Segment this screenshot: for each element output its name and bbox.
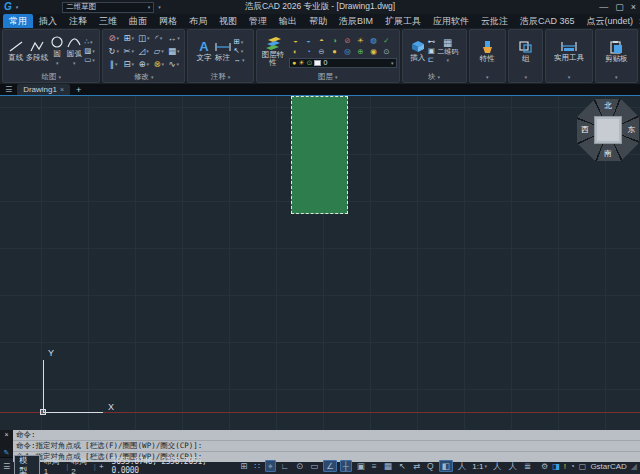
layer-panel-label[interactable]: 图层 ▾ — [257, 72, 399, 82]
ribbon-tab[interactable]: 布局 — [183, 14, 213, 28]
leader-icon[interactable]: ↖▾ — [234, 47, 245, 55]
layer-tool-icon[interactable]: ✓ — [380, 35, 393, 46]
layer-tool-icon[interactable]: ⊖ — [315, 46, 328, 57]
circle-button[interactable]: 圆 ▾ — [50, 36, 64, 67]
selection-cycling-icon[interactable]: ↖ — [397, 461, 408, 471]
point-icon[interactable]: ∴▾ — [84, 38, 95, 46]
layer-tool-icon[interactable]: ◓ — [315, 35, 328, 46]
ortho-icon[interactable]: ∟ — [279, 461, 291, 471]
ribbon-tab[interactable]: 网格 — [153, 14, 183, 28]
snap-icon[interactable]: ∷ — [252, 461, 261, 471]
annotation-auto-icon[interactable]: 人 — [491, 461, 504, 471]
ribbon-tab[interactable]: 视图 — [213, 14, 243, 28]
dynamic-input-icon[interactable]: ▣ — [355, 461, 367, 471]
model-tab[interactable]: 模型 — [14, 455, 40, 474]
layer-tool-icon[interactable]: ⊕ — [354, 46, 367, 57]
compass-north-label[interactable]: 北 — [604, 102, 612, 110]
erase-icon[interactable]: ⊘▾ — [106, 32, 121, 45]
ribbon-tab[interactable]: 输出 — [273, 14, 303, 28]
layer-tool-icon[interactable]: ⊙ — [380, 46, 393, 57]
layer-tool-icon[interactable]: ◉ — [367, 46, 380, 57]
offset-icon[interactable]: ∥▾ — [106, 58, 121, 71]
layer-properties-button[interactable]: 图层特性 — [259, 31, 287, 71]
transparency-icon[interactable]: ▦ — [382, 461, 394, 471]
fullscreen-icon[interactable]: ▢ — [579, 462, 587, 471]
selected-rectangle[interactable] — [291, 96, 348, 214]
break-icon[interactable]: ⊟▾ — [121, 58, 136, 71]
group-button[interactable]: 组 — [518, 40, 533, 63]
statusbar-menu-icon[interactable]: ☰ — [3, 462, 10, 471]
annotation-visibility-icon[interactable]: ⇄ — [411, 461, 422, 471]
utilities-panel-label[interactable]: ▾ — [546, 72, 591, 82]
workspace-selector[interactable]: 二维草图 ▾ — [62, 2, 154, 13]
object-snap-icon[interactable]: ⌖ — [265, 460, 276, 472]
lineweight-icon[interactable]: ≡ — [370, 461, 379, 471]
view-cube-icon[interactable] — [594, 116, 622, 144]
new-document-button[interactable]: + — [72, 84, 85, 95]
block-edit-icon[interactable]: ▣ — [428, 47, 436, 55]
layer-tool-icon[interactable]: ◍ — [367, 35, 380, 46]
app-menu-caret-icon[interactable]: ▾ — [16, 4, 19, 10]
ribbon-tab[interactable]: 三维 — [93, 14, 123, 28]
layer-tool-icon[interactable]: ◑ — [328, 35, 341, 46]
clock-icon[interactable]: ◔ — [570, 462, 575, 471]
polar-tracking-icon[interactable]: ∠ — [323, 460, 337, 472]
command-line-text[interactable]: 命令: — [13, 430, 640, 441]
ribbon-tab[interactable]: 插入 — [33, 14, 63, 28]
draw-panel-label[interactable]: 绘图 ▾ — [3, 72, 99, 82]
measure-button[interactable]: 实用工具 — [554, 40, 584, 62]
annotation-person-icon[interactable]: 人 — [456, 461, 469, 471]
properties-panel-label[interactable]: ▾ — [470, 72, 505, 82]
layer-tool-icon[interactable]: ◒ — [289, 35, 302, 46]
doc-menu-icon[interactable]: ☰ — [2, 84, 15, 95]
copy-icon[interactable]: ⊞▾ — [121, 32, 136, 45]
workspace-switch-icon[interactable]: ◨ — [552, 462, 560, 471]
layer-tool-icon[interactable]: ◐ — [289, 46, 302, 57]
layer-lock-icon[interactable]: ⊙ — [307, 59, 313, 67]
workspace-cube-icon[interactable]: ◧ — [439, 460, 453, 472]
ucs-origin-icon[interactable] — [40, 409, 46, 415]
layer-dropdown[interactable]: ●☀⊙ 0 ▾ — [289, 58, 397, 68]
paste-button[interactable]: 剪贴板 — [605, 40, 628, 63]
mirror-icon[interactable]: ◫▾ — [136, 32, 151, 45]
layer-tool-icon[interactable]: ● — [328, 46, 341, 57]
ribbon-tab[interactable]: 点云(undet) — [581, 14, 640, 28]
navigation-compass[interactable]: 北 南 西 东 — [577, 99, 639, 161]
zoom-icon[interactable]: Q — [425, 461, 436, 471]
line-button[interactable]: 直线 — [8, 40, 24, 62]
compass-south-label[interactable]: 南 — [604, 150, 612, 158]
polar-icon[interactable]: ⊙ — [294, 461, 305, 471]
annotate-panel-label[interactable]: 注释 ▾ — [188, 72, 253, 82]
polyline-button[interactable]: 多段线 — [26, 40, 49, 62]
layer-on-icon[interactable]: ● — [292, 59, 296, 67]
modify-panel-label[interactable]: 修改 ▾ — [103, 72, 184, 82]
close-button[interactable]: × — [631, 2, 636, 12]
scale-icon[interactable]: ◿▾ — [136, 45, 151, 58]
layer-color-swatch[interactable] — [314, 60, 321, 66]
ribbon-tab[interactable]: 浩辰BIM — [333, 14, 379, 28]
layout-tab[interactable]: 布局2 — [71, 456, 91, 474]
command-line-text[interactable]: 命令:指定对角点或 [栏选(F)/圈围(WP)/圈交(CP)]: — [13, 441, 640, 452]
isolate-objects-icon[interactable]: ≣ — [522, 461, 533, 471]
ribbon-tab[interactable]: 曲面 — [123, 14, 153, 28]
annotation-scale-control[interactable]: 1:1 ▾ — [472, 462, 487, 471]
layer-tool-icon[interactable]: ◒ — [302, 35, 315, 46]
layout-tab[interactable]: 布局1 — [44, 456, 64, 474]
layer-tool-icon[interactable]: ◎ — [341, 46, 354, 57]
block-attach-icon[interactable]: ⊏ — [428, 56, 436, 64]
minimize-button[interactable]: — — [599, 2, 608, 12]
rectangle-icon[interactable]: ▭▾ — [84, 56, 95, 64]
fillet-icon[interactable]: ◜▾ — [151, 32, 166, 45]
move-icon[interactable]: ↔▾ — [166, 32, 181, 45]
join-icon[interactable]: ⊕▾ — [136, 58, 151, 71]
close-command-icon[interactable]: × — [4, 431, 8, 438]
table-icon[interactable]: ⊞▾ — [234, 38, 245, 46]
compass-east-label[interactable]: 东 — [628, 126, 636, 134]
app-logo[interactable]: G — [4, 2, 12, 12]
alert-icon[interactable]: ! — [564, 462, 566, 471]
compass-west-label[interactable]: 西 — [581, 126, 589, 134]
layer-tool-icon[interactable]: ◔ — [302, 46, 315, 57]
dimension-linear-icon[interactable]: ↔▾ — [234, 56, 245, 64]
add-layout-button[interactable]: + — [99, 462, 104, 471]
arc-button[interactable]: 圆弧 ▾ — [66, 36, 82, 67]
